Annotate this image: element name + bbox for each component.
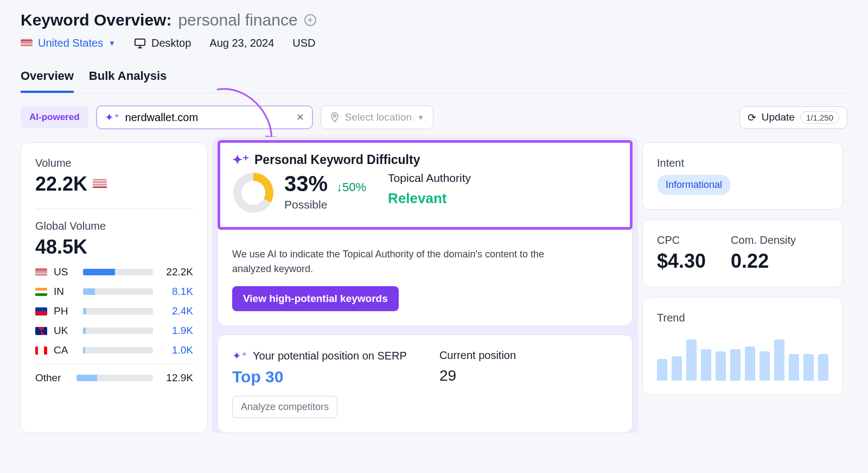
trend-bar [686,339,697,381]
trend-bar [818,354,828,381]
global-volume-label: Global Volume [35,220,193,232]
pkd-rating: Possible [284,198,366,211]
current-position-value: 29 [439,367,516,384]
cpc-value: $4.30 [657,250,706,273]
cpc-label: CPC [657,234,706,247]
country-volume-value: 2.4K [159,305,193,317]
svg-point-1 [333,115,335,117]
country-code: UK [54,325,76,337]
svg-rect-0 [135,39,145,45]
trend-bar [701,349,711,381]
device-label: Desktop [151,37,191,49]
country-volume-value: 1.0K [159,344,193,356]
flag-icon [35,327,47,335]
ai-note-card: We use AI to indicate the Topical Author… [218,229,633,326]
flag-icon [35,268,47,276]
global-volume-value: 48.5K [35,236,87,258]
ai-powered-badge: AI-powered [21,106,88,128]
location-pin-icon [330,112,340,123]
cpc-card: CPC $4.30 Com. Density 0.22 [642,219,843,287]
tab-overview[interactable]: Overview [21,69,74,93]
country-code: Other [35,372,70,384]
country-code: US [54,266,76,278]
device-selector[interactable]: Desktop [134,37,191,49]
update-label: Update [762,111,795,123]
intent-value-pill[interactable]: Informational [657,175,731,195]
current-position-label: Current position [439,349,516,362]
domain-input-wrapper[interactable]: ✦⁺ ✕ [96,105,313,129]
trend-bar [760,351,770,381]
global-volume-row[interactable]: CA1.0K [35,344,193,356]
flag-icon [35,307,47,316]
flag-us-icon [93,179,107,189]
chevron-down-icon: ▼ [417,113,424,122]
update-button[interactable]: ⟳ Update 1/1,250 [739,106,847,129]
currency-label: USD [292,37,315,49]
com-density-label: Com. Density [731,234,796,247]
desktop-icon [134,38,146,49]
trend-label: Trend [657,312,828,324]
volume-value: 22.2K [35,173,87,195]
country-volume-value: 1.9K [159,325,193,337]
view-high-potential-button[interactable]: View high-potential keywords [232,286,399,311]
country-code: IN [54,286,76,298]
analyze-competitors-button[interactable]: Analyze competitors [232,396,337,418]
page-title-keyword: personal finance [178,11,297,29]
volume-label: Volume [35,157,193,169]
flag-icon [35,288,47,296]
volume-card: Volume 22.2K Global Volume 48.5K US22.2K… [21,142,208,433]
date-label: Aug 23, 2024 [209,37,274,49]
country-code: CA [54,344,76,356]
topical-authority-value: Relevant [388,190,471,207]
trend-bar [672,356,682,381]
topical-authority-label: Topical Authority [388,172,471,185]
country-label: United States [38,37,103,49]
update-count: 1/1,250 [800,111,839,124]
potential-position-value: Top 30 [232,368,407,386]
country-selector[interactable]: United States ▼ [21,37,116,49]
refresh-icon: ⟳ [748,111,756,124]
trend-chart [657,332,828,381]
global-volume-row-other: Other 12.9K [35,372,193,384]
global-volume-row[interactable]: IN8.1K [35,286,193,298]
intent-card: Intent Informational [642,142,843,210]
sparkle-icon: ✦⁺ [232,349,247,362]
location-selector[interactable]: Select location ▼ [321,105,433,129]
flag-icon [35,346,47,355]
potential-position-label: Your potential position on SERP [253,350,407,362]
pkd-donut-chart [232,172,275,214]
pkd-title: Personal Keyword Difficulty [254,153,420,167]
clear-domain-button[interactable]: ✕ [296,111,304,123]
trend-bar [803,354,814,381]
ai-note-text: We use AI to indicate the Topical Author… [232,247,547,276]
chevron-down-icon: ▼ [108,39,116,47]
pkd-delta: ↓50% [336,180,366,194]
pkd-highlight-frame: ✦⁺ Personal Keyword Difficulty [218,140,633,230]
global-volume-row[interactable]: UK1.9K [35,325,193,337]
country-volume-value: 22.2K [159,266,193,278]
flag-us-icon [21,39,33,47]
trend-card: Trend [642,297,843,395]
com-density-value: 0.22 [731,250,796,273]
pkd-percent: 33% [284,172,328,196]
trend-bar [774,339,784,381]
sparkle-icon: ✦⁺ [105,111,120,124]
add-keyword-button[interactable]: + [304,14,316,26]
trend-bar [789,354,799,381]
location-placeholder: Select location [345,111,412,123]
page-title-prefix: Keyword Overview: [21,11,171,29]
trend-bar [730,349,741,381]
trend-bar [745,346,755,381]
intent-label: Intent [657,157,828,169]
trend-bar [716,351,726,381]
domain-input[interactable] [125,111,291,124]
volume-other-value: 12.9K [159,372,193,384]
global-volume-row[interactable]: US22.2K [35,266,193,278]
serp-position-card: ✦⁺ Your potential position on SERP Top 3… [218,335,633,433]
tab-bulk-analysis[interactable]: Bulk Analysis [89,69,167,93]
sparkle-icon: ✦⁺ [232,153,249,167]
country-code: PH [54,305,76,317]
country-volume-value: 8.1K [159,286,193,298]
trend-bar [657,359,667,381]
global-volume-row[interactable]: PH2.4K [35,305,193,317]
